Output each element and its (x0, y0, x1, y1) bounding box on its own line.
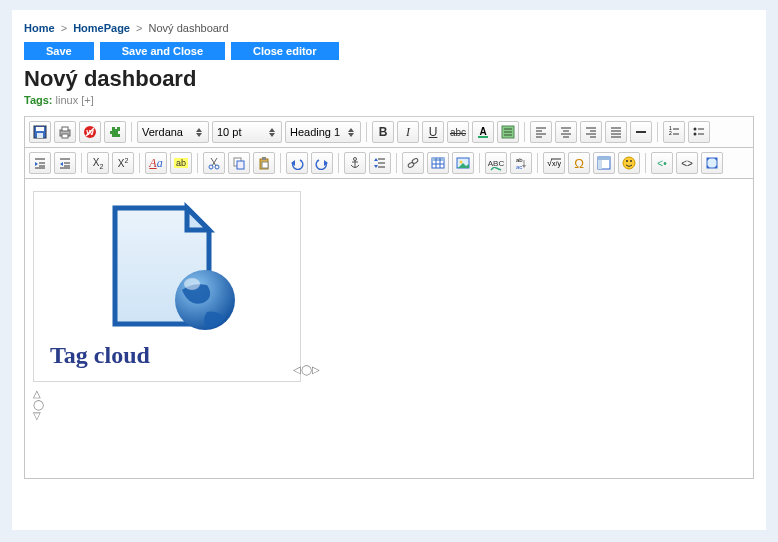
svg-rect-2 (37, 133, 43, 138)
subscript-icon[interactable]: X2 (87, 152, 109, 174)
svg-point-53 (215, 165, 219, 169)
font-color-icon[interactable]: A (472, 121, 494, 143)
close-editor-button[interactable]: Close editor (231, 42, 339, 60)
fullscreen-icon[interactable] (701, 152, 723, 174)
svg-text:x/y: x/y (552, 160, 561, 168)
tags-add-button[interactable]: [+] (81, 94, 94, 106)
widget-tag-cloud[interactable]: Tag cloud ◁◯▷ (33, 191, 301, 382)
svg-point-90 (626, 160, 628, 162)
special-char-icon[interactable]: Ω (568, 152, 590, 174)
svg-marker-46 (60, 162, 63, 166)
page-container: Home > HomePage > Nový dashboard Save Sa… (12, 10, 766, 530)
svg-marker-82 (522, 165, 526, 168)
svg-point-70 (411, 158, 418, 164)
print-icon[interactable] (54, 121, 76, 143)
tags-label: Tags: (24, 94, 53, 106)
svg-rect-1 (36, 127, 44, 131)
block-format-select[interactable]: Heading 1 (285, 121, 361, 143)
svg-rect-55 (237, 161, 244, 169)
line-spacing-icon[interactable] (369, 152, 391, 174)
save-button[interactable]: Save (24, 42, 94, 60)
align-justify-icon[interactable] (605, 121, 627, 143)
svg-rect-88 (598, 160, 602, 169)
undo-icon[interactable] (286, 152, 308, 174)
font-family-select[interactable]: Verdana (137, 121, 209, 143)
svg-marker-67 (374, 158, 378, 161)
save-close-button[interactable]: Save and Close (100, 42, 225, 60)
svg-text:ac: ac (516, 164, 522, 170)
breadcrumb-homepage-link[interactable]: HomePage (73, 22, 130, 34)
indent-icon[interactable] (29, 152, 51, 174)
anchor-icon[interactable] (344, 152, 366, 174)
font-family-value: Verdana (142, 126, 183, 138)
svg-point-98 (184, 278, 200, 290)
equation-icon[interactable]: √x/y (543, 152, 565, 174)
svg-point-37 (694, 133, 697, 136)
svg-text:2: 2 (669, 130, 672, 136)
tags-value: linux (56, 94, 79, 106)
resize-horizontal-handle[interactable]: ◁◯▷ (293, 364, 320, 375)
breadcrumb-current: Nový dashboard (149, 22, 229, 34)
outdent-icon[interactable] (54, 152, 76, 174)
horizontal-rule-icon[interactable] (630, 121, 652, 143)
svg-point-77 (460, 161, 463, 164)
svg-point-36 (694, 128, 697, 131)
editor-body[interactable]: Tag cloud ◁◯▷ △◯▽ (24, 179, 754, 479)
svg-rect-58 (262, 162, 268, 168)
svg-point-89 (623, 157, 635, 169)
font-format-icon[interactable]: Aa (145, 152, 167, 174)
editor: W Verdana 10 pt Heading 1 B I U abc (24, 116, 754, 479)
svg-text:ab: ab (516, 157, 523, 163)
svg-point-91 (630, 160, 632, 162)
bold-icon[interactable]: B (372, 121, 394, 143)
strikethrough-icon[interactable]: abc (447, 121, 469, 143)
svg-rect-57 (262, 157, 266, 160)
svg-point-69 (407, 162, 414, 168)
document-globe-icon (87, 202, 247, 332)
align-center-icon[interactable] (555, 121, 577, 143)
svg-marker-41 (35, 162, 38, 166)
superscript-icon[interactable]: X2 (112, 152, 134, 174)
italic-icon[interactable]: I (397, 121, 419, 143)
resize-vertical-handle[interactable]: △◯▽ (33, 388, 44, 421)
template-icon[interactable] (593, 152, 615, 174)
svg-point-52 (209, 165, 213, 169)
underline-icon[interactable]: U (422, 121, 444, 143)
paste-icon[interactable] (253, 152, 275, 174)
svg-rect-5 (62, 134, 68, 138)
align-right-icon[interactable] (580, 121, 602, 143)
font-size-value: 10 pt (217, 126, 241, 138)
save-icon[interactable] (29, 121, 51, 143)
breadcrumb: Home > HomePage > Nový dashboard (12, 22, 766, 42)
link-icon[interactable] (402, 152, 424, 174)
breadcrumb-home-link[interactable]: Home (24, 22, 55, 34)
svg-rect-72 (432, 158, 444, 161)
emoticon-icon[interactable] (618, 152, 640, 174)
toolbar-row-2: X2 X2 Aa ab ABC abac √x/y Ω (24, 148, 754, 179)
plugin-icon[interactable] (104, 121, 126, 143)
widget-label: Tag cloud (40, 332, 294, 375)
source-left-icon[interactable]: <• (651, 152, 673, 174)
toolbar-row-1: W Verdana 10 pt Heading 1 B I U abc (24, 117, 754, 148)
highlight-icon[interactable]: ab (170, 152, 192, 174)
find-replace-icon[interactable]: abac (510, 152, 532, 174)
align-left-icon[interactable] (530, 121, 552, 143)
redo-icon[interactable] (311, 152, 333, 174)
tags-row: Tags: linux [+] (12, 94, 766, 112)
title-row: Nový dashboard (12, 66, 766, 94)
copy-icon[interactable] (228, 152, 250, 174)
source-code-icon[interactable]: <> (676, 152, 698, 174)
spellcheck-icon[interactable]: ABC (485, 152, 507, 174)
background-color-icon[interactable] (497, 121, 519, 143)
svg-rect-87 (598, 157, 610, 160)
ordered-list-icon[interactable]: 12 (663, 121, 685, 143)
svg-rect-10 (478, 136, 488, 138)
unordered-list-icon[interactable] (688, 121, 710, 143)
block-format-value: Heading 1 (290, 126, 340, 138)
image-icon[interactable] (452, 152, 474, 174)
table-icon[interactable] (427, 152, 449, 174)
no-wiki-icon[interactable]: W (79, 121, 101, 143)
font-size-select[interactable]: 10 pt (212, 121, 282, 143)
widget-icon (40, 202, 294, 332)
cut-icon[interactable] (203, 152, 225, 174)
